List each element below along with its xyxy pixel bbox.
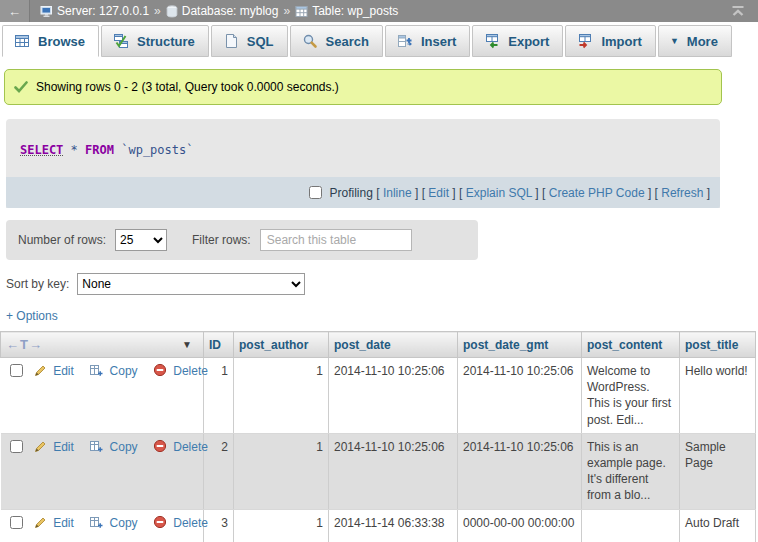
status-message-text: Showing rows 0 - 2 (3 total, Query took … bbox=[36, 80, 339, 94]
header-dropdown-icon[interactable]: ▼ bbox=[182, 339, 192, 350]
row-checkbox[interactable] bbox=[10, 440, 23, 453]
cell-post-author: 1 bbox=[234, 433, 329, 509]
bracket: ] bbox=[535, 186, 538, 200]
sql-icon bbox=[223, 33, 239, 49]
edit-row-link[interactable]: Edit bbox=[53, 516, 74, 530]
tab-insert-label: Insert bbox=[421, 34, 456, 49]
cell-post-title: Auto Draft bbox=[680, 509, 756, 542]
bracket: ] bbox=[452, 186, 455, 200]
sort-by-key-row: Sort by key: None bbox=[6, 273, 758, 295]
cell-post-title: Sample Page bbox=[680, 433, 756, 509]
delete-row-link[interactable]: Delete bbox=[173, 364, 208, 378]
delete-icon bbox=[153, 439, 167, 453]
sql-star: * bbox=[71, 143, 78, 157]
column-header-post-date[interactable]: post_date bbox=[329, 332, 458, 358]
explain-sql-link[interactable]: Explain SQL bbox=[466, 186, 532, 200]
tab-insert[interactable]: Insert bbox=[385, 25, 470, 57]
copy-row-link[interactable]: Copy bbox=[110, 516, 138, 530]
insert-icon bbox=[397, 33, 413, 49]
tab-structure[interactable]: Structure bbox=[101, 25, 209, 57]
results-table: ←T→ ▼ ID post_author post_date post_date… bbox=[0, 331, 756, 542]
sql-query-text: SELECT * FROM `wp_posts` bbox=[6, 119, 720, 177]
bracket: [ bbox=[376, 186, 379, 200]
tab-browse[interactable]: Browse bbox=[2, 25, 99, 57]
table-row: Edit Copy Delete 2 1 2014-11-10 10:25:06… bbox=[1, 433, 756, 509]
copy-row-link[interactable]: Copy bbox=[110, 364, 138, 378]
bracket: ] bbox=[415, 186, 418, 200]
column-nav-control[interactable]: ←T→ bbox=[6, 337, 43, 352]
column-header-id[interactable]: ID bbox=[204, 332, 234, 358]
inline-link[interactable]: Inline bbox=[383, 186, 412, 200]
cell-post-date-gmt: 2014-11-10 10:25:06 bbox=[458, 433, 582, 509]
cell-post-content: Welcome to WordPress. This is your first… bbox=[582, 358, 680, 434]
tab-search[interactable]: Search bbox=[290, 25, 383, 57]
rows-per-page-select[interactable]: 25 bbox=[115, 229, 167, 251]
server-icon bbox=[40, 5, 53, 18]
sql-keyword-select[interactable]: SELECT bbox=[20, 143, 63, 157]
create-php-code-link[interactable]: Create PHP Code bbox=[549, 186, 645, 200]
tab-browse-label: Browse bbox=[38, 34, 85, 49]
number-of-rows-label: Number of rows: bbox=[18, 233, 106, 247]
edit-query-link[interactable]: Edit bbox=[428, 186, 449, 200]
copy-icon bbox=[89, 364, 103, 377]
column-header-post-author[interactable]: post_author bbox=[234, 332, 329, 358]
database-icon bbox=[166, 5, 178, 18]
breadcrumb-database-label: Database: myblog bbox=[182, 4, 279, 18]
pencil-icon bbox=[34, 364, 47, 377]
breadcrumb-table[interactable]: Table: wp_posts bbox=[295, 4, 398, 18]
back-button[interactable]: ← bbox=[0, 0, 30, 22]
copy-icon bbox=[89, 440, 103, 453]
breadcrumb-database[interactable]: Database: myblog bbox=[166, 4, 279, 18]
column-header-post-content[interactable]: post_content bbox=[582, 332, 680, 358]
cell-post-date: 2014-11-14 06:33:38 bbox=[329, 509, 458, 542]
breadcrumb-separator: » bbox=[154, 4, 161, 18]
tab-more[interactable]: ▼ More bbox=[658, 25, 732, 57]
sql-tools-bar: Profiling [ Inline ] [ Edit ] [ Explain … bbox=[6, 177, 720, 208]
tab-export-label: Export bbox=[508, 34, 549, 49]
actions-header: ←T→ ▼ bbox=[1, 332, 204, 358]
copy-row-link[interactable]: Copy bbox=[110, 440, 138, 454]
table-row: Edit Copy Delete 1 1 2014-11-10 10:25:06… bbox=[1, 358, 756, 434]
pencil-icon bbox=[34, 516, 47, 529]
bracket: [ bbox=[422, 186, 425, 200]
cell-post-author: 1 bbox=[234, 358, 329, 434]
table-icon bbox=[295, 5, 308, 18]
tab-structure-label: Structure bbox=[137, 34, 195, 49]
bracket: [ bbox=[459, 186, 462, 200]
breadcrumb-server[interactable]: Server: 127.0.0.1 bbox=[40, 4, 149, 18]
sort-key-select[interactable]: None bbox=[77, 273, 305, 295]
export-icon bbox=[484, 33, 500, 49]
collapse-icon bbox=[730, 5, 746, 17]
delete-row-link[interactable]: Delete bbox=[173, 516, 208, 530]
tab-bar: Browse Structure SQL Search Insert Expor… bbox=[0, 22, 758, 57]
column-header-post-title[interactable]: post_title bbox=[680, 332, 756, 358]
breadcrumb: Server: 127.0.0.1 » Database: myblog » T… bbox=[30, 4, 730, 18]
tab-sql[interactable]: SQL bbox=[211, 25, 288, 57]
profiling-checkbox[interactable] bbox=[309, 186, 322, 199]
delete-icon bbox=[153, 515, 167, 529]
cell-post-title: Hello world! bbox=[680, 358, 756, 434]
row-controls-bar: Number of rows: 25 Filter rows: bbox=[6, 220, 478, 260]
filter-rows-input[interactable] bbox=[260, 229, 412, 251]
import-icon bbox=[577, 33, 593, 49]
structure-icon bbox=[113, 33, 129, 49]
options-toggle-link[interactable]: + Options bbox=[6, 309, 58, 323]
refresh-link[interactable]: Refresh bbox=[661, 186, 703, 200]
row-checkbox[interactable] bbox=[10, 364, 23, 377]
cell-post-date: 2014-11-10 10:25:06 bbox=[329, 358, 458, 434]
copy-icon bbox=[89, 516, 103, 529]
bracket: [ bbox=[542, 186, 545, 200]
edit-row-link[interactable]: Edit bbox=[53, 364, 74, 378]
sort-by-key-label: Sort by key: bbox=[6, 277, 69, 291]
delete-row-link[interactable]: Delete bbox=[173, 440, 208, 454]
status-message: Showing rows 0 - 2 (3 total, Query took … bbox=[4, 69, 722, 105]
success-check-icon bbox=[14, 81, 28, 93]
tab-export[interactable]: Export bbox=[472, 25, 563, 57]
collapse-console-button[interactable] bbox=[730, 5, 746, 17]
column-header-post-date-gmt[interactable]: post_date_gmt bbox=[458, 332, 582, 358]
chevron-down-icon: ▼ bbox=[670, 36, 679, 46]
cell-post-date: 2014-11-10 10:25:06 bbox=[329, 433, 458, 509]
row-checkbox[interactable] bbox=[10, 516, 23, 529]
edit-row-link[interactable]: Edit bbox=[53, 440, 74, 454]
tab-import[interactable]: Import bbox=[565, 25, 655, 57]
